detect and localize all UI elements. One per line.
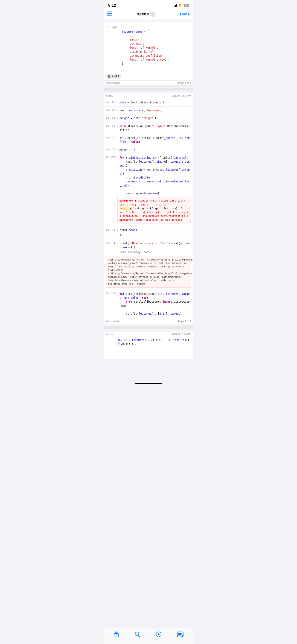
signal-icon	[173, 4, 177, 7]
code-cell-67: In [67]: features = data['features']	[104, 107, 194, 114]
cell-content-75[interactable]: def plot_decision_space(clf, features, t…	[120, 292, 194, 316]
cell-content-71[interactable]: means = []	[120, 148, 194, 152]
code-cell-73: In [73]: print(means) []	[104, 226, 194, 240]
cell-content-67[interactable]: features = data['features']	[120, 108, 194, 113]
cell-label-65: In [65]:	[106, 26, 122, 29]
cell-output-73: []	[104, 233, 194, 238]
cell-content-73[interactable]: print(means)	[120, 228, 194, 233]
svg-point-5	[108, 15, 109, 16]
home-indicator	[135, 383, 162, 384]
page3-header-left: seeds	[106, 333, 112, 336]
page2-footer: about:srcdoc Page 2 of 4	[104, 319, 194, 324]
footer-left-2: about:srcdoc	[106, 320, 120, 323]
cell-label-page3	[104, 338, 118, 338]
svg-point-3	[108, 12, 109, 12]
pagination-text: 2 of 4	[112, 74, 120, 78]
page1-footer: about:srcdoc Page 1 of 4	[104, 80, 194, 85]
code-cell-75: In [75]: def plot_decision_space(clf, fe…	[104, 290, 194, 318]
cell-label-70: In [70]:	[104, 136, 120, 139]
cell-content-68[interactable]: target = data['target']	[120, 116, 194, 121]
page3-header: seeds 7/15/24, 8:04 PM	[104, 332, 194, 336]
code-cell-70: In [70]: kf = model_selection.KFold(n_sp…	[104, 134, 194, 146]
cell-content-page3[interactable]: x0, x1 = features[:, 2].min() - 0, featu…	[118, 338, 194, 347]
cell-label-71: In [71]:	[104, 148, 120, 151]
footer-right-1: Page 1 of 4	[178, 82, 191, 84]
page2-header-left: seeds	[106, 94, 112, 97]
notebook-page-3-preview: seeds 7/15/24, 8:04 PM x0, x1 = features…	[104, 331, 194, 359]
nav-bar: seeds ⌄ Done	[104, 10, 194, 20]
cell-content-70[interactable]: kf = model_selection.KFold(n_splits = 5,…	[120, 136, 194, 145]
code-cell-68: In [68]: target = data['target']	[104, 114, 194, 122]
cell-label-72: In [72]:	[104, 156, 120, 159]
code-cell-66: In [66]: data = load_dataset('seeds')	[104, 99, 194, 107]
pages-icon: ▦	[108, 74, 110, 78]
status-time: 8:12	[108, 3, 116, 8]
dropdown-icon[interactable]: ⌄	[150, 12, 155, 17]
cell-label-66: In [66]:	[104, 100, 120, 104]
code-cell-71: In [71]: means = []	[104, 146, 194, 154]
code-cell-65: In [65]: feature_names = [ ',', 'meter',…	[106, 24, 191, 72]
done-button[interactable]: Done	[180, 12, 190, 16]
footer-left-1: about:srcdoc	[106, 82, 120, 84]
cell-content-74[interactable]: print( "Mean accuracy: {:.1%}".format(np…	[120, 241, 194, 250]
footer-right-2: Page 2 of 4	[178, 320, 191, 323]
page3-header-right: 7/15/24, 8:04 PM	[172, 333, 191, 336]
cell-content-65[interactable]: feature_names = [ ',', 'meter', 'actness…	[122, 26, 191, 70]
cell-label-74: In [74]:	[104, 241, 120, 244]
nav-title: seeds	[137, 12, 149, 16]
code-cell-69: In [69]: from sklearn.neighbors import K…	[104, 122, 194, 134]
cell-content-72[interactable]: for training.testing in kf.split(feature…	[120, 156, 194, 196]
page2-header-right: 7/15/24, 8:04 PM	[172, 94, 191, 97]
notebook-page-2: seeds 7/15/24, 8:04 PM In [66]: data = l…	[104, 93, 194, 324]
cell-content-66[interactable]: data = load_dataset('seeds')	[120, 100, 194, 105]
code-cell-74: In [74]: print( "Mean accuracy: {:.1%}".…	[104, 240, 194, 290]
menu-icon[interactable]	[107, 12, 112, 17]
cell-label-75: In [75]:	[104, 292, 120, 295]
cell-label-73: In [73]:	[104, 228, 120, 231]
cell-content-69[interactable]: from sklearn.neighbors import KNeighbors…	[120, 124, 194, 133]
warning-output-74: /Library/Frameworks/Python.framework/Ver…	[106, 256, 191, 288]
error-output-72: NameError Traceback (most recent call la…	[118, 197, 191, 224]
notebook-page-1: In [65]: feature_names = [ ',', 'meter',…	[104, 22, 194, 86]
cell-label-69: In [69]:	[104, 124, 120, 127]
cell-label-68: In [68]:	[104, 116, 120, 119]
pagination-badge[interactable]: ▦ 2 of 4	[106, 74, 121, 78]
status-bar: 8:12 📶 45	[104, 0, 194, 10]
nav-title-container[interactable]: seeds ⌄	[137, 12, 155, 17]
code-cell-72: In [72]: for training.testing in kf.spli…	[104, 154, 194, 227]
cell-output-74: Mean accuracy: nan%	[104, 250, 194, 255]
page2-header: seeds 7/15/24, 8:04 PM	[104, 93, 194, 98]
svg-point-4	[108, 13, 109, 14]
cell-label-67: In [67]:	[104, 108, 120, 112]
status-icons: 📶 45	[173, 4, 189, 7]
battery-indicator: 45	[184, 4, 189, 7]
wifi-icon: 📶	[178, 4, 182, 7]
